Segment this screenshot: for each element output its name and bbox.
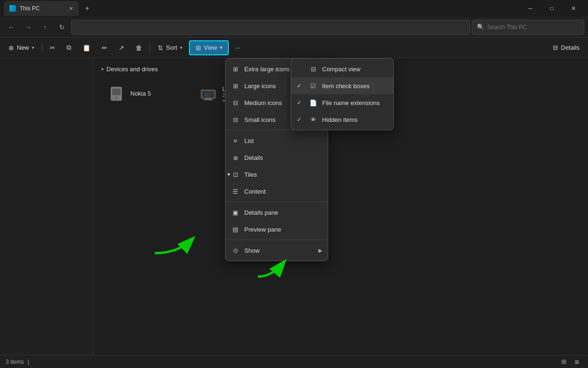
cut-icon: ✂	[50, 44, 55, 52]
green-arrow-2	[249, 253, 291, 281]
svg-rect-6	[204, 99, 213, 100]
titlebar: This PC ✕ + ─ □ ✕	[0, 0, 588, 17]
menu-item-list[interactable]: ≡ List	[226, 132, 328, 149]
section-chevron-icon: ▾	[101, 67, 104, 72]
details-pane-label: Details pane	[244, 209, 278, 216]
show-submenu-arrow-icon: ▶	[318, 248, 322, 254]
new-label: New	[17, 44, 29, 51]
menu-item-hidden-items[interactable]: ✓ 👁 Hidden items	[291, 111, 393, 128]
extra-large-icons-icon: ⊞	[231, 65, 240, 73]
details-icon: ⊟	[553, 44, 558, 51]
view-chevron-icon: ▾	[220, 45, 222, 50]
share-icon: ↗	[119, 44, 124, 52]
medium-icons-label: Medium icons	[244, 99, 282, 106]
large-icons-icon: ⊞	[231, 82, 240, 90]
compact-view-label: Compact view	[322, 66, 361, 73]
drive-icon-localc: C:	[199, 84, 218, 103]
menu-item-content[interactable]: ☰ Content	[226, 183, 328, 200]
details-label: Details	[561, 44, 580, 51]
minimize-button[interactable]: ─	[520, 0, 541, 17]
rename-icon: ✏	[102, 44, 107, 52]
view-icon: ⊞	[196, 44, 201, 52]
more-button[interactable]: ···	[231, 40, 245, 55]
menu-item-item-checkboxes[interactable]: ✓ ☑ Item check boxes	[291, 77, 393, 94]
details-button[interactable]: ⊟ Details	[548, 40, 584, 55]
menu-item-compact-view[interactable]: ⊟ Compact view	[291, 60, 393, 77]
details-pane-icon: ▣	[231, 208, 240, 217]
tiles-label: Tiles	[244, 171, 257, 178]
delete-button[interactable]: 🗑	[131, 40, 147, 55]
address-bar[interactable]	[71, 20, 470, 35]
rename-button[interactable]: ✏	[97, 40, 112, 55]
tab-icon	[9, 5, 16, 12]
paste-button[interactable]: 📋	[78, 40, 95, 55]
menu-sep-3	[226, 240, 328, 240]
new-tab-button[interactable]: +	[81, 2, 94, 15]
window-controls: ─ □ ✕	[520, 0, 584, 17]
menu-item-tiles[interactable]: ⊡ Tiles	[226, 166, 328, 183]
tab-title: This PC	[20, 5, 40, 12]
navigation-bar: ← → ↑ ↻ 🔍 Search This PC	[0, 17, 588, 38]
drive-info-nokia5: Nokia 5	[130, 90, 180, 97]
file-extensions-check: ✓	[297, 99, 304, 106]
share-button[interactable]: ↗	[114, 40, 129, 55]
svg-point-2	[115, 97, 117, 99]
menu-item-details-pane[interactable]: ▣ Details pane	[226, 204, 328, 221]
search-placeholder: Search This PC	[487, 24, 527, 30]
item-checkboxes-icon: ☑	[309, 82, 317, 90]
large-icons-label: Large icons	[244, 83, 276, 90]
svg-rect-1	[112, 89, 121, 95]
tiles-icon: ⊡	[231, 170, 240, 179]
compact-view-icon: ⊟	[309, 65, 317, 73]
svg-rect-5	[205, 98, 211, 99]
sort-chevron-icon: ▾	[180, 45, 182, 50]
preview-pane-label: Preview pane	[244, 226, 281, 233]
details-menu-label: Details	[244, 154, 263, 161]
menu-item-details[interactable]: ≣ Details	[226, 149, 328, 166]
status-right: ⊞ ≣	[558, 357, 582, 367]
medium-icons-icon: ⊟	[231, 98, 240, 107]
menu-sep-2	[226, 202, 328, 202]
menu-item-preview-pane[interactable]: ▤ Preview pane	[226, 221, 328, 238]
status-separator: |	[28, 359, 29, 365]
grid-view-toggle[interactable]: ⊞	[558, 357, 569, 367]
content-icon: ☰	[231, 187, 240, 195]
tab-close-button[interactable]: ✕	[69, 6, 73, 12]
new-chevron-icon: ▾	[32, 45, 34, 50]
separator-1	[42, 43, 42, 53]
this-pc-tab[interactable]: This PC ✕	[4, 1, 79, 16]
show-icon: ⊙	[231, 246, 240, 255]
new-button[interactable]: ⊕ New ▾	[4, 40, 39, 55]
tab-area: This PC ✕ +	[4, 1, 520, 16]
item-count: 3 items	[6, 359, 24, 365]
maximize-button[interactable]: □	[541, 0, 563, 17]
small-icons-icon: ⊟	[231, 115, 240, 124]
view-button[interactable]: ⊞ View ▾	[189, 40, 229, 55]
list-icon: ≡	[231, 136, 240, 145]
status-bar: 3 items | ⊞ ≣	[0, 355, 588, 368]
hidden-items-icon: 👁	[309, 115, 317, 124]
file-extensions-label: File name extensions	[322, 99, 380, 106]
menu-item-file-extensions[interactable]: ✓ 📄 File name extensions	[291, 94, 393, 111]
sort-button[interactable]: ⇅ Sort ▾	[153, 40, 187, 55]
list-view-toggle[interactable]: ≣	[571, 357, 582, 367]
hidden-items-check: ✓	[297, 116, 304, 123]
extra-large-icons-label: Extra large icons	[244, 66, 290, 73]
drive-item-nokia5[interactable]: Nokia 5	[101, 78, 186, 108]
refresh-button[interactable]: ↻	[54, 20, 69, 35]
view-label: View	[204, 44, 217, 51]
sort-icon: ⇅	[158, 44, 163, 52]
green-arrow-1	[145, 230, 202, 258]
cut-button[interactable]: ✂	[45, 40, 60, 55]
forward-button[interactable]: →	[21, 20, 36, 35]
copy-button[interactable]: ⧉	[62, 40, 76, 55]
details-menu-icon: ≣	[231, 153, 240, 162]
up-button[interactable]: ↑	[38, 20, 53, 35]
close-button[interactable]: ✕	[563, 0, 584, 17]
search-box[interactable]: 🔍 Search This PC	[472, 20, 584, 35]
section-label: Devices and drives	[106, 66, 158, 73]
command-bar: ⊕ New ▾ ✂ ⧉ 📋 ✏ ↗ 🗑 ⇅ Sort ▾ ⊞ View ▾ ··…	[0, 38, 588, 58]
content-label: Content	[244, 188, 266, 195]
back-button[interactable]: ←	[4, 20, 19, 35]
list-label: List	[244, 137, 254, 144]
